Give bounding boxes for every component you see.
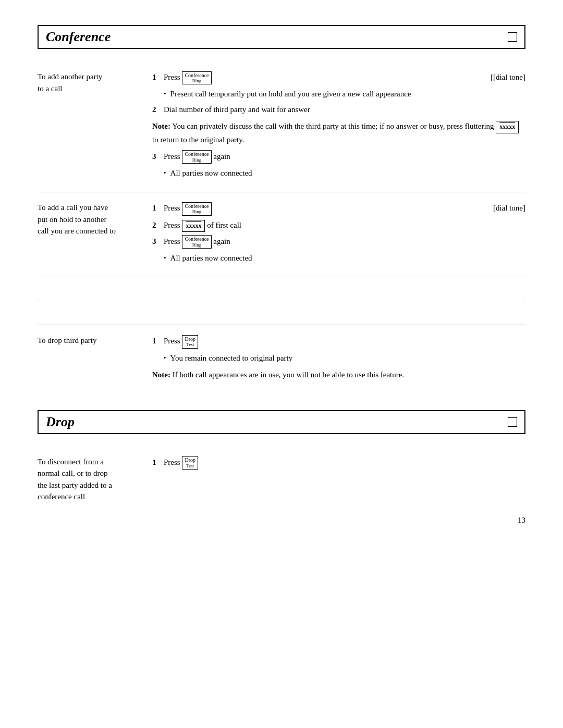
step-num: 1 xyxy=(152,335,164,347)
dot-left: · xyxy=(38,298,39,304)
drop-row1: To disconnect from anormal call, or to d… xyxy=(38,447,525,512)
step-num: 1 xyxy=(152,456,164,468)
step-text: Press ConferenceRing xyxy=(164,71,212,84)
step-num: 2 xyxy=(152,219,164,231)
conference-ring-key-2: ConferenceRing xyxy=(182,150,211,164)
step-content: Dial number of third party and wait for … xyxy=(164,103,525,116)
drop-checkbox xyxy=(508,417,517,427)
dial-tone-1: [[dial tone] xyxy=(491,71,525,83)
conference-row1: To add another partyto a call 1 Press Co… xyxy=(38,61,525,192)
xxxxx-key-2: xxxxx xyxy=(182,220,205,232)
bullet-text: All parties now connected xyxy=(170,252,252,264)
step-content: Press DropTest xyxy=(164,335,525,348)
step-num: 3 xyxy=(152,150,164,163)
step-num: 1 xyxy=(152,71,164,83)
step-content: Press xxxxx of first call xyxy=(164,219,525,232)
step-content: Press ConferenceRing [[dial tone] xyxy=(164,71,525,84)
conference-checkbox xyxy=(508,32,517,42)
note-text: If both call appearances are in use, you… xyxy=(173,371,404,379)
conference-row1-left: To add another partyto a call xyxy=(38,71,152,182)
drop-header: Drop xyxy=(38,410,525,434)
bullet-text: You remain connected to original party xyxy=(170,352,293,364)
step-text: Press DropTest xyxy=(164,337,198,345)
note-text: You can privately discuss the call with … xyxy=(172,122,496,130)
bullet-text: Present call temporarily put on hold and… xyxy=(170,88,411,100)
step-text: Dial number of third party and wait for … xyxy=(164,105,310,114)
step-2-row2: 2 Press xxxxx of first call xyxy=(152,219,525,232)
step-content: Press DropTest xyxy=(164,456,525,470)
bullet-icon: • xyxy=(164,253,166,264)
spacer: · · xyxy=(38,277,525,325)
conference-ring-key-3: ConferenceRing xyxy=(182,202,211,216)
step-content: Press ConferenceRing again xyxy=(164,150,525,164)
step-content: Press ConferenceRing [dial tone] xyxy=(164,202,525,215)
conference-ring-key: ConferenceRing xyxy=(182,71,211,85)
step-1-row2: 1 Press ConferenceRing [dial tone] xyxy=(152,202,525,215)
conference-row2-left: To add a call you haveput on hold to ano… xyxy=(38,202,152,267)
step-num: 2 xyxy=(152,103,164,116)
drop-row1-right: 1 Press DropTest xyxy=(152,456,525,503)
note-label: Note: xyxy=(152,371,170,379)
step-num: 3 xyxy=(152,235,164,248)
drop-step-1: 1 Press DropTest xyxy=(152,456,525,470)
conference-row1-right: 1 Press ConferenceRing [[dial tone] • Pr… xyxy=(152,71,525,182)
conference-row2-right: 1 Press ConferenceRing [dial tone] 2 Pre… xyxy=(152,202,525,267)
bullet-icon: • xyxy=(164,168,166,179)
step-3-row1: 3 Press ConferenceRing again xyxy=(152,150,525,164)
step-text: Press DropTest xyxy=(164,458,198,466)
note-label: Note: xyxy=(152,122,170,130)
bullet-icon: • xyxy=(164,353,166,364)
note-1: Note: You can privately discuss the call… xyxy=(152,120,525,145)
step-text: Press ConferenceRing again xyxy=(164,237,230,245)
conference-title: Conference xyxy=(46,29,111,45)
page: Conference To add another partyto a call… xyxy=(0,0,563,544)
step-1-row3: 1 Press DropTest xyxy=(152,335,525,348)
conference-header: Conference xyxy=(38,25,525,49)
xxxxx-key: xxxxx xyxy=(496,121,519,133)
note-text2: to return to the original party. xyxy=(152,135,244,144)
bullet-4: • You remain connected to original party xyxy=(164,352,525,364)
conference-ring-key-4: ConferenceRing xyxy=(182,235,211,249)
page-number: 13 xyxy=(518,516,525,525)
drop-test-key-2: DropTest xyxy=(182,456,198,470)
note-2: Note: If both call appearances are in us… xyxy=(152,368,525,381)
step-num: 1 xyxy=(152,202,164,214)
conference-row3-left: To drop third party xyxy=(38,335,152,385)
step-content: Press ConferenceRing again xyxy=(164,235,525,249)
step-1-row1: 1 Press ConferenceRing [[dial tone] xyxy=(152,71,525,84)
conference-row3-right: 1 Press DropTest • You remain connected … xyxy=(152,335,525,385)
step-text: Press xxxxx of first call xyxy=(164,221,241,229)
step-text: Press ConferenceRing xyxy=(164,202,212,215)
bullet-icon: • xyxy=(164,89,166,100)
drop-test-key: DropTest xyxy=(182,335,198,349)
bullet-3: • All parties now connected xyxy=(164,252,525,264)
dot-right: · xyxy=(524,298,526,304)
conference-row3: To drop third party 1 Press DropTest • Y… xyxy=(38,325,525,394)
dial-tone-2: [dial tone] xyxy=(493,202,525,214)
bullet-1: • Present call temporarily put on hold a… xyxy=(164,88,525,100)
step-2-row1: 2 Dial number of third party and wait fo… xyxy=(152,103,525,116)
conference-row2: To add a call you haveput on hold to ano… xyxy=(38,192,525,277)
drop-row1-left: To disconnect from anormal call, or to d… xyxy=(38,456,152,503)
bullet-2: • All parties now connected xyxy=(164,167,525,179)
step-text: Press ConferenceRing again xyxy=(164,152,230,161)
step-3-row2: 3 Press ConferenceRing again xyxy=(152,235,525,249)
drop-title: Drop xyxy=(46,414,75,430)
bullet-text: All parties now connected xyxy=(170,167,252,179)
